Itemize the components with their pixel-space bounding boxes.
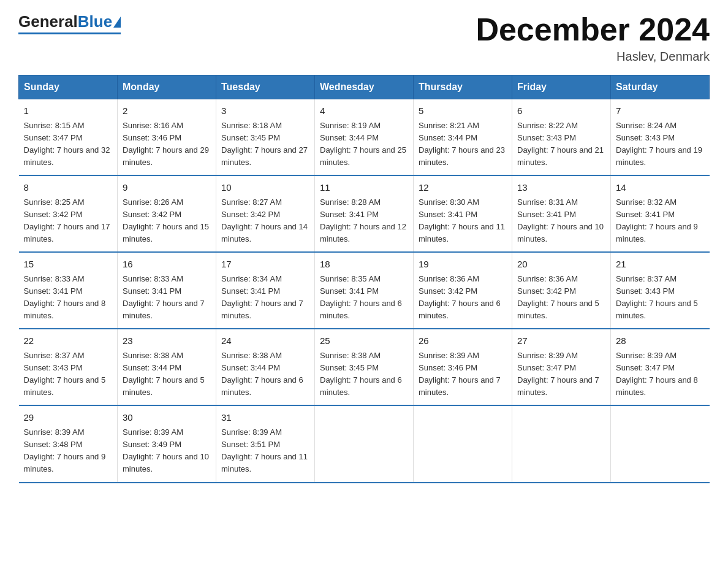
calendar-cell: 3Sunrise: 8:18 AMSunset: 3:45 PMDaylight…: [216, 99, 315, 176]
day-info: Sunrise: 8:27 AMSunset: 3:42 PMDaylight:…: [221, 196, 309, 246]
calendar-week-row: 8Sunrise: 8:25 AMSunset: 3:42 PMDaylight…: [19, 175, 710, 252]
day-info: Sunrise: 8:16 AMSunset: 3:46 PMDaylight:…: [123, 120, 211, 169]
day-number: 2: [123, 104, 211, 118]
day-number: 9: [123, 181, 211, 195]
day-info: Sunrise: 8:38 AMSunset: 3:45 PMDaylight:…: [320, 350, 408, 399]
calendar-cell: 31Sunrise: 8:39 AMSunset: 3:51 PMDayligh…: [216, 405, 315, 482]
day-info: Sunrise: 8:22 AMSunset: 3:43 PMDaylight:…: [517, 120, 605, 169]
logo-text: General Blue: [18, 12, 121, 31]
logo-general-text: General: [18, 12, 78, 31]
calendar-table: SundayMondayTuesdayWednesdayThursdayFrid…: [18, 75, 710, 483]
calendar-cell: [414, 405, 512, 482]
day-number: 15: [24, 258, 113, 272]
day-number: 7: [616, 104, 705, 118]
day-number: 30: [123, 411, 211, 425]
weekday-header-saturday: Saturday: [611, 75, 710, 99]
calendar-cell: 30Sunrise: 8:39 AMSunset: 3:49 PMDayligh…: [118, 405, 216, 482]
day-number: 5: [419, 104, 507, 118]
day-info: Sunrise: 8:28 AMSunset: 3:41 PMDaylight:…: [320, 196, 408, 246]
calendar-week-row: 15Sunrise: 8:33 AMSunset: 3:41 PMDayligh…: [19, 252, 710, 329]
month-title: December 2024: [476, 12, 710, 47]
day-info: Sunrise: 8:24 AMSunset: 3:43 PMDaylight:…: [616, 120, 705, 169]
calendar-cell: 8Sunrise: 8:25 AMSunset: 3:42 PMDaylight…: [19, 175, 118, 252]
calendar-cell: 17Sunrise: 8:34 AMSunset: 3:41 PMDayligh…: [216, 252, 315, 329]
logo-blue-part: Blue: [78, 12, 121, 31]
day-number: 26: [419, 334, 507, 348]
logo-underline: [18, 33, 121, 34]
day-number: 25: [320, 334, 408, 348]
day-info: Sunrise: 8:15 AMSunset: 3:47 PMDaylight:…: [24, 120, 113, 169]
calendar-cell: [512, 405, 611, 482]
weekday-header-sunday: Sunday: [19, 75, 118, 99]
calendar-cell: 14Sunrise: 8:32 AMSunset: 3:41 PMDayligh…: [611, 175, 710, 252]
day-info: Sunrise: 8:25 AMSunset: 3:42 PMDaylight:…: [24, 196, 113, 246]
calendar-cell: 4Sunrise: 8:19 AMSunset: 3:44 PMDaylight…: [315, 99, 414, 176]
calendar-cell: [315, 405, 414, 482]
day-number: 14: [616, 181, 705, 195]
day-info: Sunrise: 8:33 AMSunset: 3:41 PMDaylight:…: [24, 273, 113, 323]
calendar-cell: 26Sunrise: 8:39 AMSunset: 3:46 PMDayligh…: [414, 329, 512, 405]
day-number: 17: [221, 258, 309, 272]
day-number: 11: [320, 181, 408, 195]
calendar-week-row: 22Sunrise: 8:37 AMSunset: 3:43 PMDayligh…: [19, 329, 710, 405]
calendar-cell: 16Sunrise: 8:33 AMSunset: 3:41 PMDayligh…: [118, 252, 216, 329]
day-info: Sunrise: 8:18 AMSunset: 3:45 PMDaylight:…: [221, 120, 309, 169]
day-info: Sunrise: 8:37 AMSunset: 3:43 PMDaylight:…: [616, 273, 705, 323]
calendar-cell: 20Sunrise: 8:36 AMSunset: 3:42 PMDayligh…: [512, 252, 611, 329]
day-info: Sunrise: 8:39 AMSunset: 3:51 PMDaylight:…: [221, 426, 309, 476]
calendar-cell: 24Sunrise: 8:38 AMSunset: 3:44 PMDayligh…: [216, 329, 315, 405]
calendar-cell: 25Sunrise: 8:38 AMSunset: 3:45 PMDayligh…: [315, 329, 414, 405]
calendar-cell: [611, 405, 710, 482]
calendar-header: SundayMondayTuesdayWednesdayThursdayFrid…: [19, 75, 710, 99]
day-number: 29: [24, 411, 113, 425]
day-number: 4: [320, 104, 408, 118]
day-number: 13: [517, 181, 605, 195]
day-info: Sunrise: 8:39 AMSunset: 3:47 PMDaylight:…: [517, 350, 605, 399]
calendar-cell: 1Sunrise: 8:15 AMSunset: 3:47 PMDaylight…: [19, 99, 118, 176]
calendar-body: 1Sunrise: 8:15 AMSunset: 3:47 PMDaylight…: [19, 99, 710, 483]
calendar-cell: 6Sunrise: 8:22 AMSunset: 3:43 PMDaylight…: [512, 99, 611, 176]
day-number: 24: [221, 334, 309, 348]
day-info: Sunrise: 8:34 AMSunset: 3:41 PMDaylight:…: [221, 273, 309, 323]
day-info: Sunrise: 8:21 AMSunset: 3:44 PMDaylight:…: [419, 120, 507, 169]
day-number: 3: [221, 104, 309, 118]
day-number: 31: [221, 411, 309, 425]
day-number: 21: [616, 258, 705, 272]
calendar-cell: 28Sunrise: 8:39 AMSunset: 3:47 PMDayligh…: [611, 329, 710, 405]
calendar-cell: 21Sunrise: 8:37 AMSunset: 3:43 PMDayligh…: [611, 252, 710, 329]
day-info: Sunrise: 8:30 AMSunset: 3:41 PMDaylight:…: [419, 196, 507, 246]
day-info: Sunrise: 8:36 AMSunset: 3:42 PMDaylight:…: [517, 273, 605, 323]
day-info: Sunrise: 8:38 AMSunset: 3:44 PMDaylight:…: [123, 350, 211, 399]
calendar-cell: 9Sunrise: 8:26 AMSunset: 3:42 PMDaylight…: [118, 175, 216, 252]
day-number: 6: [517, 104, 605, 118]
weekday-header-tuesday: Tuesday: [216, 75, 315, 99]
weekday-header-wednesday: Wednesday: [315, 75, 414, 99]
day-info: Sunrise: 8:39 AMSunset: 3:48 PMDaylight:…: [24, 426, 113, 476]
day-info: Sunrise: 8:36 AMSunset: 3:42 PMDaylight:…: [419, 273, 507, 323]
day-number: 20: [517, 258, 605, 272]
logo: General Blue: [18, 12, 121, 34]
day-info: Sunrise: 8:35 AMSunset: 3:41 PMDaylight:…: [320, 273, 408, 323]
calendar-cell: 5Sunrise: 8:21 AMSunset: 3:44 PMDaylight…: [414, 99, 512, 176]
logo-triangle-icon: [113, 17, 121, 28]
day-info: Sunrise: 8:37 AMSunset: 3:43 PMDaylight:…: [24, 350, 113, 399]
calendar-cell: 2Sunrise: 8:16 AMSunset: 3:46 PMDaylight…: [118, 99, 216, 176]
page-header: General Blue December 2024 Haslev, Denma…: [18, 12, 710, 64]
weekday-header-thursday: Thursday: [414, 75, 512, 99]
header-right: December 2024 Haslev, Denmark: [476, 12, 710, 64]
location-label: Haslev, Denmark: [476, 50, 710, 64]
day-number: 16: [123, 258, 211, 272]
day-number: 19: [419, 258, 507, 272]
day-number: 10: [221, 181, 309, 195]
calendar-cell: 11Sunrise: 8:28 AMSunset: 3:41 PMDayligh…: [315, 175, 414, 252]
calendar-cell: 18Sunrise: 8:35 AMSunset: 3:41 PMDayligh…: [315, 252, 414, 329]
calendar-cell: 19Sunrise: 8:36 AMSunset: 3:42 PMDayligh…: [414, 252, 512, 329]
calendar-week-row: 1Sunrise: 8:15 AMSunset: 3:47 PMDaylight…: [19, 99, 710, 176]
calendar-cell: 22Sunrise: 8:37 AMSunset: 3:43 PMDayligh…: [19, 329, 118, 405]
weekday-header-friday: Friday: [512, 75, 611, 99]
calendar-cell: 12Sunrise: 8:30 AMSunset: 3:41 PMDayligh…: [414, 175, 512, 252]
day-number: 27: [517, 334, 605, 348]
calendar-cell: 23Sunrise: 8:38 AMSunset: 3:44 PMDayligh…: [118, 329, 216, 405]
day-number: 28: [616, 334, 705, 348]
calendar-cell: 29Sunrise: 8:39 AMSunset: 3:48 PMDayligh…: [19, 405, 118, 482]
